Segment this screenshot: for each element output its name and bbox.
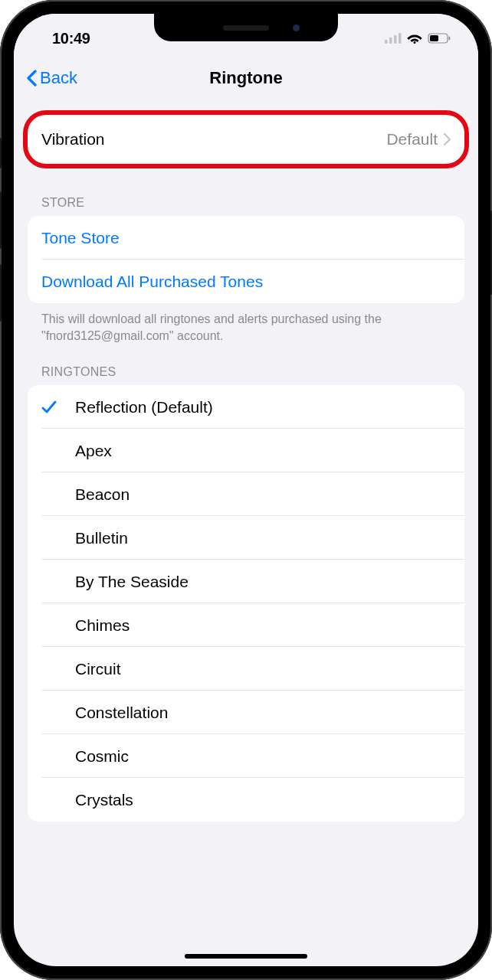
ringtone-label: Reflection (Default) bbox=[75, 398, 213, 416]
vibration-row[interactable]: Vibration Default bbox=[28, 116, 464, 162]
ringtone-label: Bulletin bbox=[75, 529, 128, 547]
ringtone-row[interactable]: Constellation bbox=[28, 691, 464, 734]
content: Vibration Default Store Tone Store bbox=[14, 116, 478, 822]
ringtone-row[interactable]: Circuit bbox=[28, 647, 464, 691]
ringtone-label: Beacon bbox=[75, 485, 130, 504]
download-all-row[interactable]: Download All Purchased Tones bbox=[28, 260, 464, 303]
back-button[interactable]: Back bbox=[26, 68, 77, 88]
ringtones-group: Reflection (Default)ApexBeaconBulletinBy… bbox=[28, 385, 464, 822]
device-frame: 10:49 bbox=[0, 0, 492, 980]
download-all-label: Download All Purchased Tones bbox=[41, 273, 263, 291]
ringtone-label: Constellation bbox=[75, 704, 168, 722]
svg-rect-3 bbox=[399, 33, 402, 44]
tone-store-row[interactable]: Tone Store bbox=[28, 216, 464, 260]
checkmark-slot bbox=[41, 400, 75, 414]
ringtone-row[interactable]: Beacon bbox=[28, 472, 464, 516]
svg-rect-6 bbox=[430, 35, 438, 41]
vibration-value: Default bbox=[386, 130, 438, 149]
ringtone-row[interactable]: Cosmic bbox=[28, 734, 464, 778]
screen: 10:49 bbox=[14, 14, 478, 966]
ringtone-row[interactable]: Chimes bbox=[28, 603, 464, 647]
ringtones-header: Ringtones bbox=[28, 365, 464, 385]
wifi-icon bbox=[407, 33, 422, 44]
status-icons bbox=[385, 33, 455, 44]
ringtone-label: Circuit bbox=[75, 660, 121, 678]
ringtone-row[interactable]: Apex bbox=[28, 429, 464, 472]
home-indicator[interactable] bbox=[185, 954, 307, 959]
ringtone-label: Crystals bbox=[75, 791, 133, 809]
status-time: 10:49 bbox=[37, 30, 90, 47]
svg-rect-0 bbox=[385, 40, 388, 44]
checkmark-icon bbox=[41, 400, 57, 414]
svg-point-4 bbox=[414, 41, 416, 44]
chevron-left-icon bbox=[26, 70, 37, 87]
notch bbox=[154, 14, 338, 41]
svg-rect-7 bbox=[449, 37, 451, 41]
ringtone-label: By The Seaside bbox=[75, 573, 189, 591]
back-label: Back bbox=[40, 68, 77, 88]
vibration-group: Vibration Default bbox=[28, 116, 464, 162]
svg-rect-2 bbox=[394, 35, 397, 44]
navigation-bar: Back Ringtone bbox=[14, 57, 478, 100]
ringtone-label: Cosmic bbox=[75, 747, 129, 766]
ringtone-label: Apex bbox=[75, 442, 112, 460]
tone-store-label: Tone Store bbox=[41, 229, 120, 247]
ringtone-row[interactable]: Reflection (Default) bbox=[28, 385, 464, 429]
battery-icon bbox=[428, 33, 451, 44]
ringtone-row[interactable]: Bulletin bbox=[28, 516, 464, 560]
svg-rect-1 bbox=[389, 38, 392, 44]
store-header: Store bbox=[28, 196, 464, 216]
ringtone-label: Chimes bbox=[75, 616, 130, 635]
chevron-right-icon bbox=[444, 133, 451, 145]
volume-up-button bbox=[0, 191, 2, 249]
silent-switch bbox=[0, 138, 2, 168]
page-title: Ringtone bbox=[209, 68, 282, 88]
store-footer: This will download all ringtones and ale… bbox=[28, 303, 464, 344]
volume-down-button bbox=[0, 264, 2, 322]
store-group: Tone Store Download All Purchased Tones bbox=[28, 216, 464, 303]
vibration-label: Vibration bbox=[41, 130, 386, 149]
ringtone-row[interactable]: Crystals bbox=[28, 778, 464, 822]
ringtone-row[interactable]: By The Seaside bbox=[28, 560, 464, 603]
cellular-icon bbox=[385, 33, 402, 44]
